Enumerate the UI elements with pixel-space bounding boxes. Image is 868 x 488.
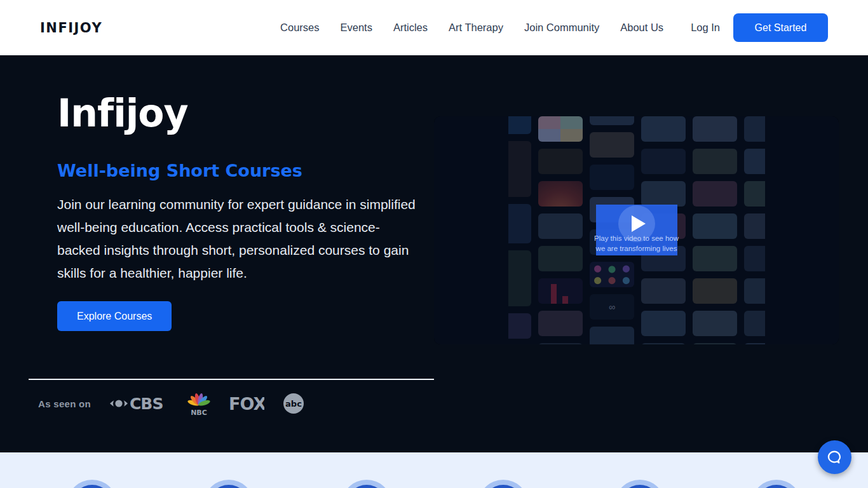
nbc-logo-icon: NBC [187,391,210,416]
play-icon [632,215,646,232]
as-seen-on-label: As seen on [38,398,91,409]
feature-circle-inner [756,485,797,488]
feature-circle [478,480,529,488]
video-overlay-caption: Play this video to see how we are transf… [583,233,691,254]
nav-item-articles[interactable]: Articles [393,22,428,34]
feature-circle-inner [620,485,660,488]
features-band [0,452,868,488]
promo-video-player[interactable]: ∞ Play this video to see how we are tran… [434,116,839,344]
cbs-logo-text: CBS [130,395,163,413]
page-title: Infijoy [57,91,423,135]
feature-circle-inner [208,485,249,488]
feature-circle-inner [72,485,112,488]
feature-circle-inner [483,485,524,488]
explore-courses-button[interactable]: Explore Courses [57,301,172,331]
video-caption-line1: Play this video to see how [594,234,679,242]
nav-item-art-therapy[interactable]: Art Therapy [449,22,503,34]
feature-circle-inner [346,485,387,488]
main-nav: Courses Events Articles Art Therapy Join… [280,22,663,34]
press-divider-line [29,379,434,380]
fox-logo-text: FOX [229,394,264,413]
video-play-overlay[interactable]: Play this video to see how we are transf… [596,205,677,255]
feature-circle [751,480,802,488]
nav-item-about-us[interactable]: About Us [620,22,663,34]
hero-text-block: Infijoy Well-being Short Courses Join ou… [57,91,423,331]
hero-description: Join our learning community for expert g… [57,193,423,285]
feature-circle [67,480,118,488]
abc-logo-text: abc [285,399,302,409]
infijoy-logo[interactable]: INFIJOY [40,20,102,36]
feature-circle [614,480,665,488]
nbc-logo-text: NBC [191,409,207,416]
top-navigation-bar: INFIJOY Courses Events Articles Art Ther… [0,0,868,55]
feature-circle [203,480,254,488]
hero-section: Infijoy Well-being Short Courses Join ou… [0,55,868,452]
feature-circle [341,480,392,488]
chat-widget-button[interactable] [818,440,851,474]
nav-item-events[interactable]: Events [341,22,372,34]
nav-item-join-community[interactable]: Join Community [524,22,599,34]
video-caption-line2: we are transforming lives [596,245,677,252]
cbs-logo-icon: CBS [109,394,169,413]
fox-logo-icon: FOX [229,394,264,413]
nav-item-courses[interactable]: Courses [280,22,319,34]
hero-subtitle: Well-being Short Courses [57,161,423,180]
get-started-button[interactable]: Get Started [733,13,828,42]
login-link[interactable]: Log In [691,22,720,34]
abc-logo-icon: abc [283,393,304,414]
chat-bubble-icon [826,449,843,466]
as-seen-on-row: As seen on CBS NBC FOX [38,390,304,417]
